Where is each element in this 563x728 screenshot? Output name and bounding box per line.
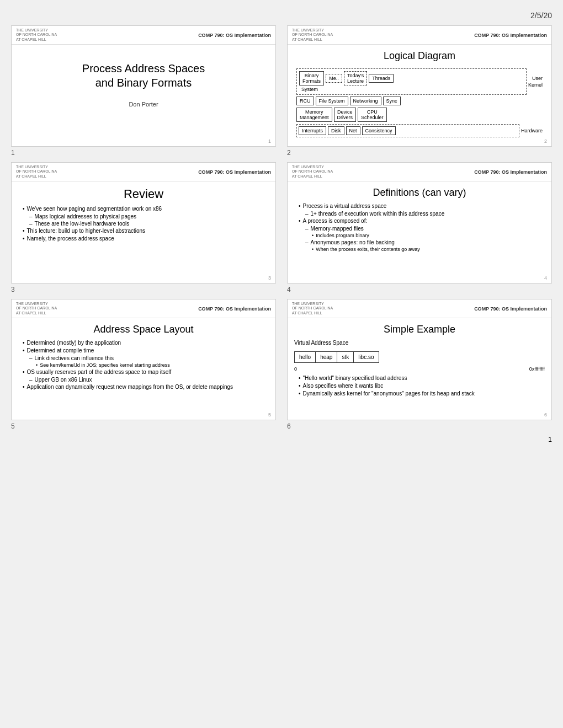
slide-2-number: 2 bbox=[544, 138, 547, 144]
page-date: 2/5/20 bbox=[11, 11, 552, 20]
sub-sub-bullet: • Includes program binary bbox=[312, 233, 545, 238]
bullet-item: • A process is composed of: bbox=[299, 218, 545, 224]
slide-3-number: 3 bbox=[268, 275, 271, 281]
addr-cell-stk: stk bbox=[337, 352, 354, 362]
logical-diagram: BinaryFormats Me.. Today'sLecture Thread… bbox=[294, 66, 545, 140]
slide-5-header: THE UNIVERSITYOF NORTH CAROLINAAT CHAPEL… bbox=[12, 299, 275, 318]
page-footer-number: 1 bbox=[11, 436, 552, 443]
slide-1-logo: THE UNIVERSITYOF NORTH CAROLINAAT CHAPEL… bbox=[16, 28, 57, 42]
bullet-item: • Namely, the process address space bbox=[23, 235, 269, 242]
slide-6-course: COMP 790: OS Implementation bbox=[474, 306, 547, 312]
slide-3-wrapper: THE UNIVERSITYOF NORTH CAROLINAAT CHAPEL… bbox=[11, 162, 276, 293]
hardware-label: Hardware bbox=[521, 128, 543, 133]
net-box: Net bbox=[346, 126, 360, 135]
slide-6: THE UNIVERSITYOF NORTH CAROLINAAT CHAPEL… bbox=[287, 299, 552, 420]
slide-2-logo: THE UNIVERSITYOF NORTH CAROLINAAT CHAPEL… bbox=[292, 28, 333, 42]
slide-5-label: 5 bbox=[11, 422, 276, 430]
bullet-item: • This lecture: build up to higher-level… bbox=[23, 228, 269, 234]
slide-3-label: 3 bbox=[11, 286, 276, 293]
slide-1-author: Don Porter bbox=[18, 101, 269, 108]
diagram-row-3: MemoryManagement DeviceDrivers CPUSchedu… bbox=[296, 108, 543, 122]
slide-3-bullets: • We've seen how paging and segmentation… bbox=[18, 206, 269, 242]
slide-3: THE UNIVERSITYOF NORTH CAROLINAAT CHAPEL… bbox=[11, 162, 276, 283]
sub-bullet: – Memory-mapped files bbox=[305, 226, 545, 232]
bullet-item: • Determined at compile time bbox=[23, 347, 269, 354]
slide-2-content: Logical Diagram BinaryFormats Me.. Today… bbox=[288, 45, 551, 145]
slide-4-wrapper: THE UNIVERSITYOF NORTH CAROLINAAT CHAPEL… bbox=[287, 162, 552, 293]
threads-box: Threads bbox=[369, 74, 394, 83]
rcu-box: RCU bbox=[296, 97, 314, 105]
slide-4: THE UNIVERSITYOF NORTH CAROLINAAT CHAPEL… bbox=[287, 162, 552, 283]
slide-4-course: COMP 790: OS Implementation bbox=[474, 169, 547, 175]
slide-4-logo: THE UNIVERSITYOF NORTH CAROLINAAT CHAPEL… bbox=[292, 165, 333, 179]
addr-start: 0 bbox=[294, 366, 297, 372]
slide-4-content: Definitions (can vary) • Process is a vi… bbox=[288, 181, 551, 259]
slide-6-logo: THE UNIVERSITYOF NORTH CAROLINAAT CHAPEL… bbox=[292, 302, 333, 315]
kernel-label: Kernel bbox=[528, 82, 543, 88]
slide-4-header: THE UNIVERSITYOF NORTH CAROLINAAT CHAPEL… bbox=[288, 163, 551, 181]
addr-cell-heap: heap bbox=[316, 352, 337, 362]
slide-1-header: THE UNIVERSITYOF NORTH CAROLINAAT CHAPEL… bbox=[12, 26, 275, 45]
bullet-item: • Also specifies where it wants libc bbox=[299, 383, 545, 389]
bullet-item: • Dynamically asks kernel for "anonymous… bbox=[299, 390, 545, 397]
sub-bullet: – These are the low-level hardware tools bbox=[29, 221, 269, 227]
slide-4-number: 4 bbox=[544, 275, 547, 281]
memory-box: Me.. bbox=[326, 74, 342, 83]
slide-2-course: COMP 790: OS Implementation bbox=[474, 33, 547, 38]
slide-1-label: 1 bbox=[11, 149, 276, 157]
slide-5-wrapper: THE UNIVERSITYOF NORTH CAROLINAAT CHAPEL… bbox=[11, 299, 276, 430]
sub-sub-bullet: • See kern/kernel.ld in JOS; specifies k… bbox=[36, 362, 269, 368]
sub-bullet: – Link directives can influence this bbox=[29, 355, 269, 361]
slide-5-title: Address Space Layout bbox=[18, 324, 269, 335]
bullet-item: • Application can dynamically request ne… bbox=[23, 384, 269, 390]
slide-5-content: Address Space Layout • Determined (mostl… bbox=[12, 318, 275, 397]
sub-bullet: – 1+ threads of execution work within th… bbox=[305, 211, 545, 217]
slide-4-label: 4 bbox=[287, 286, 552, 293]
slide-5-bullets: • Determined (mostly) by the application… bbox=[18, 340, 269, 390]
slide-1: THE UNIVERSITYOF NORTH CAROLINAAT CHAPEL… bbox=[11, 25, 276, 147]
virtual-addr-label: Virtual Address Space bbox=[294, 340, 545, 346]
diagram-row-2: RCU File System Networking Sync bbox=[296, 97, 543, 105]
slide-6-title: Simple Example bbox=[294, 324, 545, 335]
slide-1-number: 1 bbox=[268, 138, 271, 144]
slide-5-logo: THE UNIVERSITYOF NORTH CAROLINAAT CHAPEL… bbox=[16, 302, 57, 315]
binary-formats-box: BinaryFormats bbox=[299, 71, 324, 85]
bullet-item: • OS usually reserves part of the addres… bbox=[23, 369, 269, 375]
slide-2-title: Logical Diagram bbox=[294, 50, 545, 62]
slide-6-label: 6 bbox=[287, 422, 552, 430]
slide-1-course: COMP 790: OS Implementation bbox=[198, 33, 271, 38]
slide-1-title: Process Address Spacesand Binary Formats bbox=[18, 61, 269, 90]
bullet-item: • We've seen how paging and segmentation… bbox=[23, 206, 269, 212]
user-label: User bbox=[532, 76, 543, 81]
slide-2-label: 2 bbox=[287, 149, 552, 157]
slide-6-bullets: • "Hello world" binary specified load ad… bbox=[294, 375, 545, 397]
slide-3-header: THE UNIVERSITYOF NORTH CAROLINAAT CHAPEL… bbox=[12, 163, 275, 181]
sub-bullet: – Anonymous pages: no file backing bbox=[305, 239, 545, 245]
addr-end: 0xffffffff bbox=[529, 366, 545, 372]
slide-2-wrapper: THE UNIVERSITYOF NORTH CAROLINAAT CHAPEL… bbox=[287, 25, 552, 157]
addr-range-labels: 0 0xffffffff bbox=[294, 366, 545, 372]
bullet-item: • "Hello world" binary specified load ad… bbox=[299, 375, 545, 381]
sub-bullet: – Maps logical addresses to physical pag… bbox=[29, 213, 269, 220]
slide-5-course: COMP 790: OS Implementation bbox=[198, 306, 271, 312]
slide-4-title: Definitions (can vary) bbox=[294, 187, 545, 199]
networking-box: Networking bbox=[350, 97, 381, 105]
sub-sub-bullet: • When the process exits, their contents… bbox=[312, 247, 545, 252]
slide-2-header: THE UNIVERSITYOF NORTH CAROLINAAT CHAPEL… bbox=[288, 26, 551, 45]
disk-box: Disk bbox=[328, 126, 344, 135]
slide-6-content: Simple Example Virtual Address Space hel… bbox=[288, 318, 551, 404]
slide-1-wrapper: THE UNIVERSITYOF NORTH CAROLINAAT CHAPEL… bbox=[11, 25, 276, 157]
slide-4-bullets: • Process is a virtual address space – 1… bbox=[294, 203, 545, 252]
slide-3-logo: THE UNIVERSITYOF NORTH CAROLINAAT CHAPEL… bbox=[16, 165, 57, 179]
consistency-box: Consistency bbox=[362, 126, 396, 135]
todays-lecture-box: Today'sLecture bbox=[344, 71, 367, 85]
address-table: hello heap stk libc.so bbox=[294, 351, 379, 363]
addr-cell-hello: hello bbox=[295, 352, 316, 362]
slide-1-content: Process Address Spacesand Binary Formats… bbox=[12, 45, 275, 113]
slide-3-content: Review • We've seen how paging and segme… bbox=[12, 181, 275, 249]
slide-6-wrapper: THE UNIVERSITYOF NORTH CAROLINAAT CHAPEL… bbox=[287, 299, 552, 430]
memory-mgmt-box: MemoryManagement bbox=[296, 108, 332, 122]
addr-cell-libcso: libc.so bbox=[354, 352, 378, 362]
slide-6-header: THE UNIVERSITYOF NORTH CAROLINAAT CHAPEL… bbox=[288, 299, 551, 318]
interrupts-box: Interrupts bbox=[299, 126, 326, 135]
